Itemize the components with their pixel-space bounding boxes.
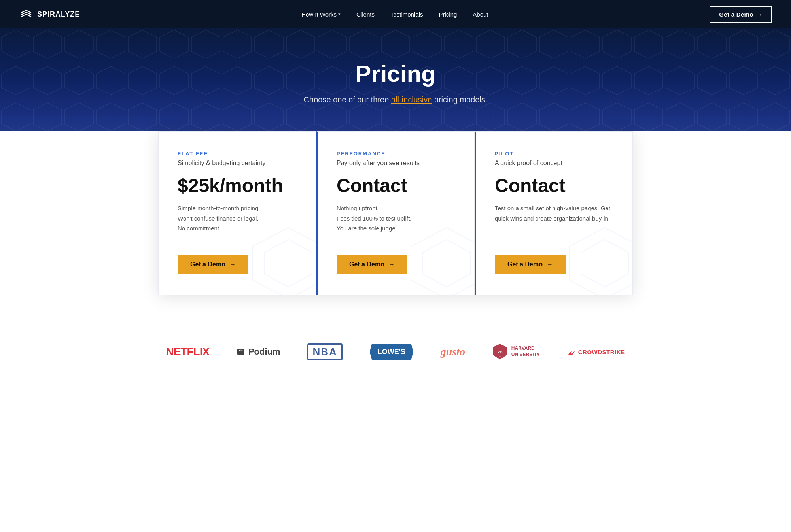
pricing-section: FLAT FEE Simplicity & budgeting certaint… [0, 131, 791, 319]
logo-lowes: LOWE'S [370, 344, 413, 360]
pricing-card-pilot: PILOT A quick proof of concept Contact T… [475, 131, 633, 295]
logo-nba: NBA [307, 343, 342, 360]
harvard-shield-icon: VE RI [492, 343, 507, 360]
logo-crowdstrike: CROWDSTRIKE [567, 347, 625, 356]
chevron-down-icon: ▾ [338, 12, 341, 17]
plan-price-pilot: Contact [495, 176, 613, 195]
plan-price-flat-fee: $25k/month [178, 176, 297, 195]
all-inclusive-link[interactable]: all-inclusive [391, 95, 432, 104]
logos-container: NETFLIX Podium NBA LOWE'S gusto [158, 343, 633, 360]
plan-tagline-performance: Pay only after you see results [337, 160, 455, 167]
plan-label-pilot: PILOT [495, 151, 613, 157]
logo-podium: Podium [237, 347, 280, 357]
crowdstrike-bird-icon [567, 347, 576, 356]
logos-section: NETFLIX Podium NBA LOWE'S gusto [0, 319, 791, 384]
card-decoration-icon [249, 224, 316, 295]
svg-rect-0 [237, 349, 244, 355]
nav-item-how-it-works[interactable]: How It Works ▾ [301, 11, 341, 18]
card-decoration-icon [565, 224, 633, 295]
plan-label-performance: PERFORMANCE [337, 151, 455, 157]
page-title: Pricing [16, 60, 775, 87]
logo-gusto: gusto [441, 345, 465, 358]
plan-price-performance: Contact [337, 176, 455, 195]
get-demo-button-flat-fee[interactable]: Get a Demo → [178, 255, 248, 274]
nav-item-about[interactable]: About [473, 11, 488, 18]
logo-harvard: VE RI HARVARD UNIVERSITY [492, 343, 540, 360]
arrow-icon: → [757, 11, 763, 18]
nav-item-clients[interactable]: Clients [356, 11, 375, 18]
nav-item-testimonials[interactable]: Testimonials [390, 11, 423, 18]
nav-item-pricing[interactable]: Pricing [439, 11, 457, 18]
plan-label-flat-fee: FLAT FEE [178, 151, 297, 157]
get-demo-button-performance[interactable]: Get a Demo → [337, 255, 407, 274]
pricing-card-performance: PERFORMANCE Pay only after you see resul… [316, 131, 475, 295]
nav-get-demo-button[interactable]: Get a Demo → [710, 6, 772, 23]
get-demo-button-pilot[interactable]: Get a Demo → [495, 255, 566, 274]
pricing-card-flat-fee: FLAT FEE Simplicity & budgeting certaint… [158, 131, 316, 295]
logo-link[interactable]: SPIRALYZE [19, 7, 80, 21]
pricing-cards-container: FLAT FEE Simplicity & budgeting certaint… [158, 131, 633, 295]
arrow-icon: → [388, 261, 395, 268]
card-decoration-icon [407, 224, 475, 295]
hero-subtitle: Choose one of our three all-inclusive pr… [16, 95, 775, 104]
arrow-icon: → [547, 261, 553, 268]
plan-tagline-pilot: A quick proof of concept [495, 160, 613, 167]
arrow-icon: → [229, 261, 236, 268]
podium-icon [237, 347, 245, 357]
navbar: SPIRALYZE How It Works ▾ Clients Testimo… [0, 0, 791, 28]
logo-text: SPIRALYZE [37, 10, 80, 19]
plan-tagline-flat-fee: Simplicity & budgeting certainty [178, 160, 297, 167]
logo-netflix: NETFLIX [166, 345, 209, 358]
svg-text:RI: RI [499, 355, 501, 358]
svg-text:VE: VE [497, 350, 503, 354]
nav-links: How It Works ▾ Clients Testimonials Pric… [301, 11, 488, 18]
